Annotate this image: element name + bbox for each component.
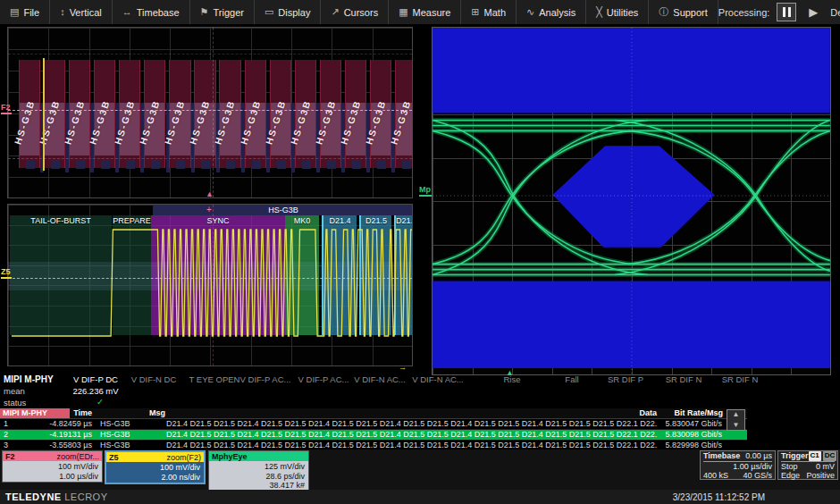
menu-item-support[interactable]: ⓘSupport (649, 0, 718, 24)
burst-notch (76, 160, 85, 169)
menu-item-measure[interactable]: ▦Measure (389, 0, 461, 24)
trigger-coupling-badge: DC (823, 451, 837, 461)
f2-channel-text: F2 (1, 103, 11, 112)
brand-bold: TELEDYNE (5, 491, 62, 502)
measure-mean-value: 226.236 mV (64, 386, 127, 396)
eye-channel-underline (419, 195, 432, 197)
burst-notch (201, 160, 210, 169)
f2-trigger-marker[interactable]: ▲ (206, 190, 214, 198)
file-icon: ▤ (10, 7, 19, 17)
menu-item-cursors[interactable]: ↗Cursors (321, 0, 389, 24)
display-grid-area: HS-G3BHS-G3BHS-G3BHS-G3BHS-G3BHS-G3BHS-G… (0, 24, 840, 449)
scroll-down-icon[interactable]: ▼ (733, 422, 740, 429)
descriptor-value: 100 mV/div (4, 462, 98, 472)
menu-item-display[interactable]: ▭Display (255, 0, 321, 24)
decode-row-time: -4.19131 µs (25, 430, 92, 440)
measure-column-1[interactable]: V DIF-P DC (64, 374, 127, 384)
z5-more-data-arrow[interactable]: → (399, 364, 407, 372)
measure-status-check-icon: ✓ (69, 397, 131, 407)
measure-title: MIPI M-PHY (4, 374, 54, 384)
decode-header-rate[interactable]: Bit Rate/Msg (623, 408, 723, 418)
eye-channel-label[interactable]: Mp (419, 186, 432, 197)
measure-column-6[interactable]: V DIF-N AC... (349, 374, 411, 384)
decode-table: MIPI M-PHY Time Msg Data Bit Rate/Msg 1-… (0, 408, 747, 451)
descriptor-body: 100 mV/div1.00 µs/div (3, 461, 102, 482)
menu-item-timebase[interactable]: ↔Timebase (113, 0, 190, 24)
burst-notch (51, 160, 60, 169)
trigger-box[interactable]: Trigger C1 DC Stop 0 mV Edge Positive (777, 450, 838, 480)
measure-column-5[interactable]: V DIF-P AC... (292, 374, 355, 384)
decode-row-2[interactable]: 2-4.19131 µsHS-G3BD21.4 D21.5 D21.5 D21.… (0, 430, 747, 441)
descriptor-mphyeye[interactable]: MphyEye125 mV/div28.6 ps/div38.417 k# (208, 450, 309, 492)
descriptor-z5[interactable]: Z5zoom(F2)100 mV/div2.00 ns/div (105, 450, 206, 484)
menu-item-utilities[interactable]: ╳Utilities (586, 0, 649, 24)
descriptor-header: MphyEye (209, 451, 308, 461)
scroll-up-icon[interactable]: ▲ (733, 411, 740, 418)
decode-scrollbar[interactable]: ▲ ▼ (727, 409, 745, 431)
decode-row-rate: 5.830098 Gbit/s (618, 430, 722, 440)
processing-label: Processing: (718, 7, 769, 18)
timebase-samples: 400 kS (703, 471, 728, 481)
descriptor-f2[interactable]: F2zoom(EDr...100 mV/div1.00 µs/div (2, 450, 103, 483)
trigger-slope: Positive (806, 471, 835, 481)
burst-notch (402, 160, 411, 169)
descriptor-value: 100 mV/div (108, 463, 200, 473)
decode-row-index: 1 (4, 419, 8, 429)
descriptor-value: 1.00 µs/div (4, 472, 98, 482)
measure-mean-label: mean (4, 386, 25, 396)
timebase-box[interactable]: Timebase 0.00 µs 1.00 µs/div 400 kS 40 G… (700, 450, 776, 480)
descriptor-title: Z5 (109, 453, 119, 462)
z5-channel-label[interactable]: Z5 (1, 268, 12, 279)
measure-column-10[interactable]: SR DIF P (594, 374, 657, 384)
menu-item-label: Trigger (213, 7, 243, 18)
pause-button[interactable] (777, 3, 796, 21)
descriptor-value: 2.00 ns/div (108, 473, 200, 483)
decode-row-1[interactable]: 1-4.82459 µsHS-G3BD21.4 D21.5 D21.5 D21.… (0, 419, 747, 430)
f2-zero-level-line (8, 110, 412, 111)
f2-channel-label[interactable]: F2 (1, 104, 12, 114)
eye-diagram-plot (433, 28, 830, 374)
decode-row-data: D21.4 D21.5 D21.5 D21.4 D21.5 D21.5 D21.… (166, 419, 658, 429)
decode-row-msg: HS-G3B (100, 419, 130, 429)
descriptor-subtitle: zoom(EDr... (56, 452, 99, 461)
eye-diagram-panel (432, 27, 831, 375)
burst-notch (252, 160, 261, 169)
cursors-icon: ↗ (331, 7, 339, 17)
decode-header-time[interactable]: Time (27, 408, 92, 418)
descriptor-body: 100 mV/div2.00 ns/div (106, 462, 204, 483)
burst-notch (176, 160, 185, 169)
timebase-title: Timebase (703, 451, 740, 461)
timebase-offset: 0.00 µs (745, 451, 772, 461)
play-button[interactable]: ▶ (803, 3, 823, 21)
burst-notch (26, 160, 35, 169)
burst-notch (126, 160, 135, 169)
measure-table: MIPI M-PHY mean status V DIF-P DC226.236… (0, 374, 840, 407)
f2-low-level-line (8, 158, 412, 159)
menu-item-analysis[interactable]: ∿Analysis (517, 0, 586, 24)
eye-trigger-marker[interactable]: ▲ (506, 369, 514, 377)
datetime-label: 3/23/2015 11:12:52 PM (673, 492, 765, 502)
brand-logo: TELEDYNE LECROY (0, 491, 108, 502)
decode-header-row: MIPI M-PHY Time Msg Data Bit Rate/Msg (0, 408, 747, 419)
zoom-region-highlight[interactable] (43, 58, 45, 171)
measure-column-2[interactable]: V DIF-N DC (122, 374, 185, 384)
menu-item-math[interactable]: ⊞Math (461, 0, 517, 24)
decode-header-msg[interactable]: Msg (98, 408, 165, 418)
f2-top-dotted-line (8, 54, 412, 55)
measure-column-4[interactable]: V DIF-P AC... (234, 374, 297, 384)
measure-column-7[interactable]: V DIF-N AC... (407, 374, 469, 384)
menu-item-vertical[interactable]: ↕Vertical (50, 0, 113, 24)
math-icon: ⊞ (471, 7, 479, 17)
f2-waveform-panel: HS-G3BHS-G3BHS-G3BHS-G3BHS-G3BHS-G3BHS-G… (7, 27, 413, 198)
measure-column-12[interactable]: SR DIF N (709, 374, 771, 384)
measure-column-11[interactable]: SR DIF N (652, 374, 715, 384)
menu-item-label: Support (673, 7, 708, 18)
burst-notch (101, 160, 110, 169)
menu-item-file[interactable]: ▤File (0, 0, 50, 24)
burst-notch (377, 160, 386, 169)
menu-item-label: Utilities (607, 7, 638, 18)
vertical-icon: ↕ (60, 7, 65, 17)
utilities-icon: ╳ (596, 7, 602, 17)
menu-item-label: Analysis (539, 7, 575, 18)
menu-item-trigger[interactable]: ⚑Trigger (190, 0, 255, 24)
